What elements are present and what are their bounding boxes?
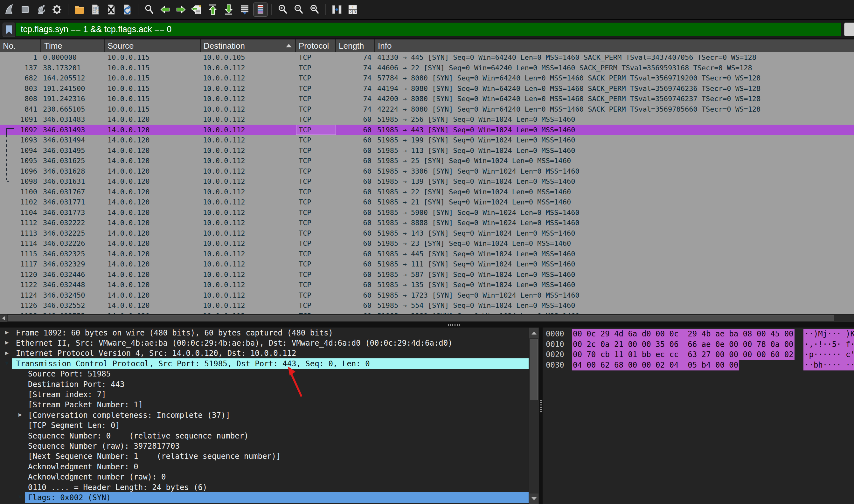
open-file-folder-icon[interactable] bbox=[72, 3, 86, 16]
go-forward-icon[interactable] bbox=[174, 3, 188, 16]
packet-row[interactable]: 1122346.03244814.0.0.12010.0.0.112TCP605… bbox=[0, 280, 854, 290]
hex-ascii[interactable]: ·p······ c'····`· bbox=[803, 349, 854, 360]
packet-row-selected[interactable]: 1092346.03149314.0.0.12010.0.0.112TCP605… bbox=[0, 125, 854, 135]
packet-row[interactable]: 1113346.03222514.0.0.12010.0.0.112TCP605… bbox=[0, 228, 854, 238]
collapse-icon[interactable]: ▼ bbox=[18, 493, 22, 500]
detail-row[interactable]: ▶Ethernet II, Src: VMware_4b:ae:ba (00:0… bbox=[0, 338, 529, 348]
packet-row[interactable]: 1095346.03162514.0.0.12010.0.0.112TCP605… bbox=[0, 156, 854, 166]
detail-row[interactable]: ▶[Conversation completeness: Incomplete … bbox=[0, 410, 529, 420]
column-header-time[interactable]: Time bbox=[41, 39, 105, 52]
packet-row[interactable]: 1091346.03148314.0.0.12010.0.0.112TCP605… bbox=[0, 114, 854, 125]
detail-row[interactable]: ▼Flags: 0x002 (SYN) bbox=[0, 492, 529, 503]
hex-bytes[interactable]: 00 70 cb 11 01 bb ec cc 63 27 00 00 00 0… bbox=[572, 349, 795, 360]
display-filter-input[interactable]: tcp.flags.syn == 1 && tcp.flags.ack == 0 bbox=[16, 22, 841, 36]
detail-row[interactable]: Sequence Number: 0 (relative sequence nu… bbox=[0, 431, 529, 441]
hex-row[interactable]: 002000 70 cb 11 01 bb ec cc 63 27 00 00 … bbox=[542, 349, 854, 360]
resize-columns-icon[interactable] bbox=[330, 3, 343, 16]
expand-icon[interactable]: ▶ bbox=[18, 411, 22, 418]
hex-bytes[interactable]: 00 2c 0a 21 00 00 35 06 66 ae 0e 00 00 7… bbox=[572, 339, 795, 350]
packet-row[interactable]: 1115346.03232514.0.0.12010.0.0.112TCP605… bbox=[0, 249, 854, 259]
save-file-icon[interactable]: 010101100111 bbox=[88, 3, 102, 16]
column-header-length[interactable]: Length bbox=[336, 39, 375, 52]
column-header-no[interactable]: No. bbox=[0, 39, 41, 52]
stop-capture-icon[interactable] bbox=[18, 3, 32, 16]
go-last-packet-icon[interactable] bbox=[222, 3, 235, 16]
hex-dump-pane[interactable]: 000000 0c 29 4d 6a d0 00 0c 29 4b ae ba … bbox=[542, 327, 854, 504]
go-first-packet-icon[interactable] bbox=[206, 3, 219, 16]
detail-row[interactable]: 0110 .... = Header Length: 24 bytes (6) bbox=[0, 482, 529, 492]
packet-row[interactable]: 1128346.03255514.0.0.12010.0.0.112TCP605… bbox=[0, 311, 854, 314]
packet-row[interactable]: 1124346.03245014.0.0.12010.0.0.112TCP605… bbox=[0, 290, 854, 301]
hex-bytes[interactable]: 00 0c 29 4d 6a d0 00 0c 29 4b ae ba 08 0… bbox=[572, 329, 795, 339]
packet-row[interactable]: 1117346.03232914.0.0.12010.0.0.112TCP605… bbox=[0, 259, 854, 269]
detail-row[interactable]: Destination Port: 443 bbox=[0, 379, 529, 390]
packet-row[interactable]: 13738.17320110.0.0.11510.0.0.112TCP74446… bbox=[0, 62, 854, 73]
filter-add-expression-button[interactable] bbox=[844, 22, 854, 36]
scroll-down-arrow-icon[interactable] bbox=[529, 493, 538, 504]
hex-ascii[interactable]: ··bh···· ···· bbox=[803, 360, 854, 371]
packet-row[interactable]: 682164.20551210.0.0.11510.0.0.112TCP7457… bbox=[0, 73, 854, 83]
packet-row[interactable]: 1096346.03162814.0.0.12010.0.0.112TCP605… bbox=[0, 166, 854, 177]
hex-row[interactable]: 001000 2c 0a 21 00 00 35 06 66 ae 0e 00 … bbox=[542, 339, 854, 350]
go-to-packet-icon[interactable] bbox=[190, 3, 203, 16]
packet-row[interactable]: 1104346.03177314.0.0.12010.0.0.112TCP605… bbox=[0, 207, 854, 218]
packet-row[interactable]: 1102346.03177114.0.0.12010.0.0.112TCP605… bbox=[0, 197, 854, 207]
zoom-original-icon[interactable] bbox=[308, 3, 321, 16]
packet-row[interactable]: 808191.24231610.0.0.11510.0.0.112TCP7444… bbox=[0, 93, 854, 104]
scroll-left-arrow-icon[interactable] bbox=[0, 314, 7, 322]
zoom-out-icon[interactable] bbox=[292, 3, 305, 16]
detail-row[interactable]: Source Port: 51985 bbox=[0, 369, 529, 379]
detail-row[interactable]: [Stream Packet Number: 1] bbox=[0, 400, 529, 410]
detail-row[interactable]: ▶Frame 1092: 60 bytes on wire (480 bits)… bbox=[0, 327, 529, 338]
collapse-icon[interactable]: ▼ bbox=[5, 359, 8, 366]
zoom-in-icon[interactable] bbox=[276, 3, 289, 16]
auto-scroll-icon[interactable] bbox=[238, 3, 251, 16]
column-header-protocol[interactable]: Protocol bbox=[296, 39, 336, 52]
packet-row[interactable]: 1112346.03222214.0.0.12010.0.0.112TCP605… bbox=[0, 217, 854, 228]
scroll-up-arrow-icon[interactable] bbox=[529, 328, 538, 338]
pane-splitter-vertical[interactable] bbox=[539, 327, 542, 504]
packet-row[interactable]: 1100346.03176714.0.0.12010.0.0.112TCP605… bbox=[0, 187, 854, 197]
capture-options-gear-icon[interactable] bbox=[50, 3, 64, 16]
column-header-source[interactable]: Source bbox=[105, 39, 201, 52]
detail-row[interactable]: Acknowledgment number (raw): 0 bbox=[0, 472, 529, 482]
detail-row[interactable]: [Next Sequence Number: 1 (relative seque… bbox=[0, 451, 529, 462]
packet-row[interactable]: 1098346.03163114.0.0.12010.0.0.112TCP605… bbox=[0, 176, 854, 187]
packet-list-horizontal-scrollbar[interactable] bbox=[0, 314, 854, 322]
detail-row[interactable]: Sequence Number (raw): 3972817703 bbox=[0, 441, 529, 451]
hex-row[interactable]: 000000 0c 29 4d 6a d0 00 0c 29 4b ae ba … bbox=[542, 329, 854, 339]
packet-list[interactable]: 10.00000010.0.0.11510.0.0.105TCP7441330 … bbox=[0, 52, 854, 314]
filter-bookmark-button[interactable] bbox=[2, 22, 15, 37]
packet-row[interactable]: 1094346.03149514.0.0.12010.0.0.112TCP605… bbox=[0, 145, 854, 156]
expand-icon[interactable]: ▶ bbox=[5, 328, 8, 336]
restart-capture-icon[interactable] bbox=[34, 3, 48, 16]
packet-row[interactable]: 1120346.03244614.0.0.12010.0.0.112TCP605… bbox=[0, 269, 854, 280]
hex-bytes[interactable]: 04 00 62 68 00 00 02 04 05 b4 00 00 bbox=[572, 360, 739, 371]
vertical-scrollbar-thumb[interactable] bbox=[530, 339, 538, 400]
horizontal-scrollbar-thumb[interactable] bbox=[7, 315, 834, 321]
go-back-icon[interactable] bbox=[158, 3, 172, 16]
detail-row[interactable]: [TCP Segment Len: 0] bbox=[0, 420, 529, 431]
close-file-icon[interactable] bbox=[104, 3, 118, 16]
expand-icon[interactable]: ▶ bbox=[5, 349, 8, 356]
colorize-packets-icon[interactable] bbox=[254, 3, 267, 16]
packet-row[interactable]: 803191.24150010.0.0.11510.0.0.112TCP7444… bbox=[0, 83, 854, 94]
packet-row[interactable]: 1126346.03255214.0.0.12010.0.0.112TCP605… bbox=[0, 300, 854, 311]
packet-row[interactable]: 1093346.03149414.0.0.12010.0.0.112TCP605… bbox=[0, 135, 854, 145]
details-vertical-scrollbar[interactable] bbox=[529, 327, 539, 504]
hex-ascii[interactable]: ··)Mj··· )K····E· bbox=[803, 329, 854, 339]
packet-details-pane[interactable]: ▶Frame 1092: 60 bytes on wire (480 bits)… bbox=[0, 327, 529, 504]
expand-icon[interactable]: ▶ bbox=[5, 339, 8, 346]
detail-row[interactable]: ▼Transmission Control Protocol, Src Port… bbox=[0, 358, 529, 369]
detail-row[interactable]: ▶Internet Protocol Version 4, Src: 14.0.… bbox=[0, 348, 529, 359]
packet-row[interactable]: 1114346.03222614.0.0.12010.0.0.112TCP605… bbox=[0, 238, 854, 249]
detail-row[interactable]: [Stream index: 7] bbox=[0, 389, 529, 400]
packet-row[interactable]: 841230.66510510.0.0.11510.0.0.112TCP7442… bbox=[0, 104, 854, 114]
find-packet-icon[interactable] bbox=[142, 3, 156, 16]
column-header-destination[interactable]: Destination bbox=[201, 39, 296, 52]
start-capture-icon[interactable] bbox=[2, 3, 16, 16]
pane-splitter-horizontal[interactable] bbox=[0, 322, 854, 327]
column-header-info[interactable]: Info bbox=[375, 39, 854, 52]
hex-row[interactable]: 003004 00 62 68 00 00 02 04 05 b4 00 00·… bbox=[542, 360, 854, 371]
detail-row[interactable]: Acknowledgment Number: 0 bbox=[0, 462, 529, 472]
